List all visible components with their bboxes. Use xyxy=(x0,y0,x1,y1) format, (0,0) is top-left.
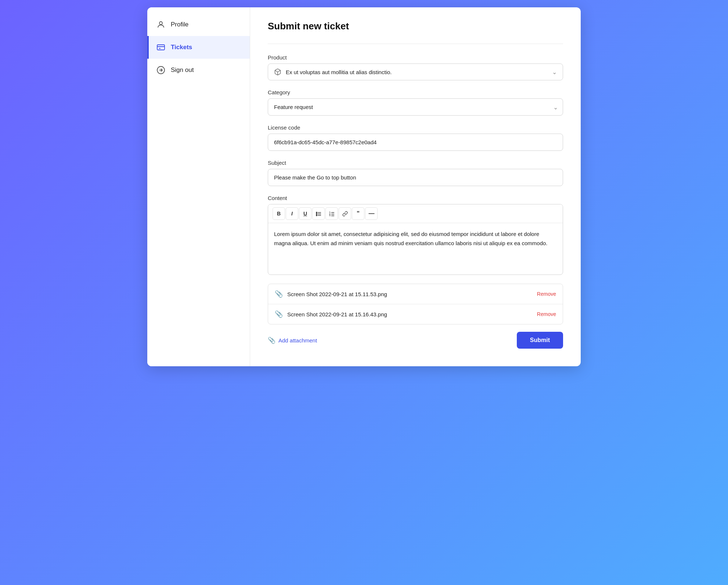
svg-point-6 xyxy=(316,215,317,215)
sidebar-item-tickets[interactable]: Tickets xyxy=(147,36,250,59)
attachment-name-2: Screen Shot 2022-09-21 at 15.16.43.png xyxy=(287,311,537,317)
license-label: License code xyxy=(268,124,563,131)
svg-rect-1 xyxy=(157,45,165,50)
editor-toolbar: B I U xyxy=(268,204,563,223)
category-select-wrapper: Bug report Feature request General inqui… xyxy=(268,98,563,116)
attachment-section: 📎 Screen Shot 2022-09-21 at 15.11.53.png… xyxy=(268,284,563,324)
profile-icon xyxy=(156,20,166,29)
submit-button[interactable]: Submit xyxy=(517,332,563,349)
page-title: Submit new ticket xyxy=(268,21,563,32)
attachment-item-1: 📎 Screen Shot 2022-09-21 at 15.11.53.png… xyxy=(268,284,563,304)
category-select[interactable]: Bug report Feature request General inqui… xyxy=(268,98,563,116)
tickets-icon xyxy=(156,43,166,52)
toolbar-hr[interactable]: — xyxy=(365,207,378,220)
subject-label: Subject xyxy=(268,160,563,166)
toolbar-ordered-list[interactable]: 1. 2. 3. xyxy=(325,207,338,220)
divider xyxy=(268,44,563,44)
remove-attachment-2[interactable]: Remove xyxy=(537,311,556,317)
category-label: Category xyxy=(268,89,563,95)
main-content: Submit new ticket Product Ex ut voluptas… xyxy=(250,7,581,366)
sidebar-item-signout-label: Sign out xyxy=(171,66,194,74)
svg-point-0 xyxy=(159,22,162,25)
sidebar-item-tickets-label: Tickets xyxy=(171,44,192,51)
svg-point-5 xyxy=(316,213,317,214)
add-attachment-icon: 📎 xyxy=(268,337,275,344)
toolbar-quote[interactable]: " xyxy=(352,207,364,220)
subject-group: Subject xyxy=(268,160,563,186)
product-chevron-icon: ⌄ xyxy=(552,69,557,76)
content-group: Content B I U xyxy=(268,195,563,275)
attachment-icon-2: 📎 xyxy=(275,310,283,318)
product-box-icon xyxy=(274,68,281,76)
content-editor[interactable]: Lorem ipsum dolor sit amet, consectetur … xyxy=(268,223,563,275)
sidebar-item-profile-label: Profile xyxy=(171,21,188,28)
license-group: License code xyxy=(268,124,563,151)
category-group: Category Bug report Feature request Gene… xyxy=(268,89,563,116)
attachment-icon-1: 📎 xyxy=(275,290,283,298)
toolbar-link[interactable] xyxy=(339,207,351,220)
add-attachment-button[interactable]: 📎 Add attachment xyxy=(268,337,317,344)
license-input[interactable] xyxy=(268,134,563,151)
product-group: Product Ex ut voluptas aut mollitia ut a… xyxy=(268,54,563,80)
content-label: Content xyxy=(268,195,563,201)
sidebar-item-signout[interactable]: Sign out xyxy=(147,59,250,81)
subject-input[interactable] xyxy=(268,169,563,186)
product-label: Product xyxy=(268,54,563,61)
svg-text:3.: 3. xyxy=(329,214,331,217)
attachment-name-1: Screen Shot 2022-09-21 at 15.11.53.png xyxy=(287,291,537,297)
signout-icon xyxy=(156,65,166,75)
toolbar-bold[interactable]: B xyxy=(273,207,285,220)
toolbar-underline[interactable]: U xyxy=(299,207,311,220)
sidebar-item-profile[interactable]: Profile xyxy=(147,13,250,36)
form-footer: 📎 Add attachment Submit xyxy=(268,332,563,349)
toolbar-italic[interactable]: I xyxy=(286,207,298,220)
editor-container: B I U xyxy=(268,204,563,275)
app-container: Profile Tickets Sign out Submit xyxy=(147,7,581,366)
attachment-item-2: 📎 Screen Shot 2022-09-21 at 15.16.43.png… xyxy=(268,304,563,324)
product-select[interactable]: Ex ut voluptas aut mollitia ut alias dis… xyxy=(268,63,563,80)
toolbar-unordered-list[interactable] xyxy=(312,207,325,220)
product-value: Ex ut voluptas aut mollitia ut alias dis… xyxy=(286,69,552,75)
svg-point-4 xyxy=(316,212,317,212)
add-attachment-label: Add attachment xyxy=(278,337,317,344)
sidebar: Profile Tickets Sign out xyxy=(147,7,250,366)
remove-attachment-1[interactable]: Remove xyxy=(537,291,556,297)
